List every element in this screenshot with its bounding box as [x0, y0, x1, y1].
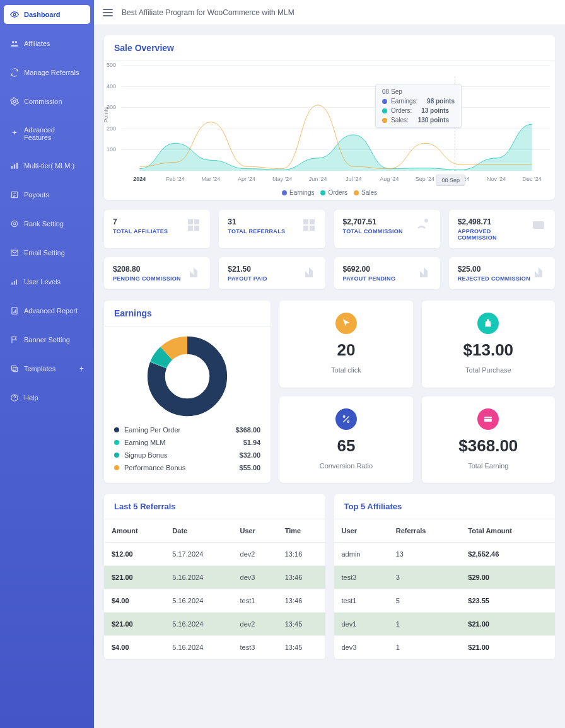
sidebar-item-label: Affiliates: [24, 40, 50, 47]
bag-icon: [477, 313, 499, 334]
sidebar-item-report[interactable]: Advanced Report: [4, 301, 90, 320]
sale-overview-card: Sale Overview Points 500400300200100 202…: [104, 35, 555, 200]
sidebar-item-dashboard[interactable]: Dashboard: [4, 5, 90, 24]
stat-label: PAYOUT PAID: [228, 275, 267, 282]
svg-rect-23: [310, 219, 315, 224]
earnings-legend-row: Signup Bonus$32.00: [114, 449, 260, 461]
tooltip-title: 08 Sep: [382, 88, 455, 95]
copy-icon: [10, 364, 19, 373]
svg-point-0: [13, 13, 16, 16]
stat-card: 7TOTAL AFFILIATES: [104, 210, 210, 248]
earnings-legend: Earning Per Order$368.00Earning MLM$1.94…: [104, 421, 271, 483]
svg-rect-19: [194, 219, 199, 224]
stat-card: $25.00REJECTED COMMISSION: [449, 257, 555, 289]
list-icon: [10, 190, 19, 199]
earnings-legend-row: Earning Per Order$368.00: [114, 424, 260, 436]
sale-overview-chart[interactable]: Points 500400300200100 2024Feb '24Mar '2…: [104, 61, 555, 200]
stat-icon: [186, 217, 201, 233]
svg-rect-15: [13, 367, 18, 372]
svg-rect-31: [484, 417, 492, 422]
svg-point-8: [11, 221, 17, 226]
tables-row: Last 5 Referrals AmountDateUserTime $12.…: [104, 494, 555, 659]
mini-label: Conversion Ratio: [286, 462, 406, 470]
sidebar-item-templates[interactable]: Templates +: [4, 359, 90, 378]
svg-point-1: [12, 41, 15, 43]
svg-rect-12: [14, 281, 15, 285]
stat-card: $21.50PAYOUT PAID: [219, 257, 325, 289]
stat-icon: [531, 217, 546, 233]
sidebar-item-label: Dashboard: [24, 11, 60, 18]
sidebar-item-label: Templates: [24, 365, 55, 373]
sidebar-item-rank[interactable]: Rank Setting: [4, 214, 90, 233]
cursor-icon: [335, 313, 357, 334]
table-header: Date: [165, 519, 232, 543]
menu-toggle-icon[interactable]: [103, 9, 113, 16]
main: Best Affiliate Program for WooCommerce w…: [94, 0, 565, 728]
svg-rect-5: [14, 165, 15, 169]
mail-icon: [10, 248, 19, 257]
stat-card: $692.00PAYOUT PENDING: [334, 257, 440, 289]
stat-label: TOTAL AFFILIATES: [113, 228, 168, 234]
sidebar-item-help[interactable]: Help: [4, 388, 90, 407]
earnings-card: Earnings Earning Per Order$368.00Earning…: [104, 301, 271, 483]
svg-rect-18: [188, 219, 193, 224]
sidebar-item-mlm[interactable]: Multi-tier( MLM ): [4, 156, 90, 175]
sale-overview-title: Sale Overview: [104, 35, 555, 61]
sidebar-item-payouts[interactable]: Payouts: [4, 185, 90, 204]
earnings-title: Earnings: [104, 301, 271, 326]
sidebar-item-affiliates[interactable]: Affiliates: [4, 34, 90, 53]
table-row: dev31$21.00: [334, 636, 556, 659]
mini-card-purchase: $13.00 Total Purchase: [422, 301, 555, 388]
stat-value: 31: [228, 217, 285, 226]
users-icon: [10, 39, 19, 48]
sidebar-item-label: Commission: [24, 98, 62, 105]
sidebar-item-referrals[interactable]: Manage Referrals: [4, 63, 90, 82]
table-row: test15$23.55: [334, 589, 556, 613]
stat-card: $208.80PENDING COMMISSION: [104, 257, 210, 289]
svg-rect-32: [484, 418, 492, 419]
svg-rect-25: [310, 226, 315, 231]
mini-card-earning: $368.00 Total Earning: [422, 396, 555, 483]
sidebar-item-banner[interactable]: Banner Setting: [4, 330, 90, 349]
table-header: Time: [277, 519, 325, 543]
chart-legend: Earnings Orders Sales: [104, 189, 555, 196]
stat-value: $25.00: [458, 265, 530, 274]
stat-value: $692.00: [343, 265, 396, 274]
stat-card: $2,707.51TOTAL COMMISSION: [334, 210, 440, 248]
svg-rect-24: [303, 226, 308, 231]
stat-icon: [416, 265, 431, 280]
stat-icon: [301, 217, 317, 233]
bars-icon: [10, 277, 19, 286]
svg-rect-4: [11, 166, 13, 169]
sidebar-item-levels[interactable]: User Levels: [4, 272, 90, 291]
stat-value: $2,707.51: [343, 217, 403, 226]
sidebar-item-commission[interactable]: Commission: [4, 92, 90, 111]
refresh-icon: [10, 68, 19, 77]
affiliates-title: Top 5 Affiliates: [334, 494, 556, 519]
svg-rect-6: [16, 163, 18, 168]
sidebar-item-advanced[interactable]: Advanced Features: [4, 121, 90, 146]
svg-rect-22: [303, 219, 308, 224]
stat-value: $208.80: [113, 265, 181, 274]
sidebar-item-label: Advanced Features: [24, 126, 84, 141]
svg-point-9: [13, 222, 16, 225]
sidebar-item-label: Manage Referrals: [24, 69, 79, 76]
svg-rect-13: [16, 280, 17, 285]
stat-label: TOTAL REFERRALS: [228, 228, 285, 234]
stat-value: $2,498.71: [458, 217, 532, 226]
chart-xlabels: 2024Feb '24Mar '24Apr '24May '24Jun '24J…: [122, 176, 550, 182]
sidebar: Dashboard Affiliates Manage Referrals Co…: [0, 0, 94, 728]
sidebar-item-email[interactable]: Email Setting: [4, 243, 90, 262]
referrals-table: AmountDateUserTime $12.005.17.2024dev213…: [104, 519, 325, 659]
help-icon: [10, 393, 19, 402]
sidebar-item-label: Banner Setting: [24, 336, 70, 344]
stat-icon: [416, 217, 431, 233]
mid-col-1: 20 Total click 65 Conversion Ratio: [279, 301, 412, 483]
table-header: User: [334, 519, 388, 543]
table-row: $4.005.16.2024test313:45: [104, 636, 325, 659]
table-header: Referrals: [388, 519, 461, 543]
sidebar-item-label: User Levels: [24, 278, 61, 286]
plus-icon: +: [79, 364, 84, 373]
table-header: User: [233, 519, 277, 543]
sidebar-item-label: Payouts: [24, 191, 49, 199]
